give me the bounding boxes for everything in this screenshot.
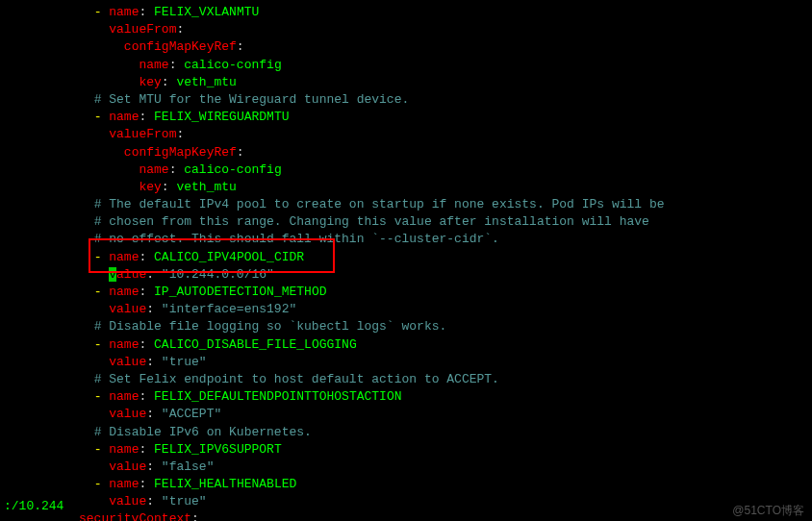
indent: [4, 39, 124, 54]
colon: :: [191, 511, 199, 521]
env-name: FELIX_HEALTHENABLED: [154, 477, 296, 491]
val-cidr: "10.244.0.0/16": [162, 267, 274, 282]
indent: [4, 75, 139, 89]
indent: [4, 197, 94, 211]
yaml-line: - name: IP_AUTODETECTION_METHOD: [0, 284, 812, 301]
yaml-line-cursor: value: "10.244.0.0/16": [0, 266, 812, 284]
key-name: name: [109, 250, 139, 264]
key-configmapkeyref: configMapKeyRef: [124, 145, 237, 160]
dash: -: [94, 337, 110, 352]
colon: :: [176, 127, 184, 141]
key-value: value: [109, 355, 146, 369]
dash: -: [94, 389, 110, 404]
env-name: FELIX_DEFAULTENDPOINTTOHOSTACTION: [154, 389, 401, 404]
key-value: value: [109, 459, 146, 474]
indent: [4, 127, 109, 141]
comment: # Disable IPv6 on Kubernetes.: [94, 425, 312, 439]
val-calico-config: calico-config: [184, 162, 281, 177]
key-value-rest: alue: [116, 267, 146, 282]
indent: [4, 425, 94, 439]
val-true: "true": [162, 494, 207, 509]
dash: -: [94, 477, 110, 491]
key-name: name: [109, 442, 139, 457]
indent: [4, 477, 94, 491]
yaml-line: value: "true": [0, 493, 812, 510]
yaml-line: securityContext:: [0, 510, 812, 521]
env-name: FELIX_IPV6SUPPORT: [154, 442, 282, 457]
val-veth-mtu: veth_mtu: [176, 180, 236, 194]
yaml-line: # Disable file logging so `kubectl logs`…: [0, 318, 812, 335]
yaml-line: value: "interface=ens192": [0, 301, 812, 318]
colon: :: [139, 5, 154, 19]
env-name: IP_AUTODETECTION_METHOD: [154, 285, 326, 299]
key-securitycontext: securityContext: [79, 511, 191, 521]
cursor[interactable]: v: [109, 267, 116, 282]
indent: [4, 389, 94, 404]
colon: :: [162, 180, 177, 194]
val-accept: "ACCEPT": [162, 407, 221, 421]
yaml-line: - name: CALICO_DISABLE_FILE_LOGGING: [0, 336, 812, 354]
colon: :: [139, 389, 154, 404]
indent: [4, 407, 109, 421]
yaml-line: - name: FELIX_DEFAULTENDPOINTTOHOSTACTIO…: [0, 388, 812, 406]
colon: :: [146, 355, 162, 369]
yaml-line: key: veth_mtu: [0, 179, 812, 196]
dash: -: [94, 250, 110, 264]
yaml-line: value: "true": [0, 354, 812, 371]
yaml-line: - name: FELIX_IPV6SUPPORT: [0, 441, 812, 459]
colon: :: [139, 110, 154, 124]
val-true: "true": [162, 355, 207, 369]
yaml-line: name: calico-config: [0, 57, 812, 74]
indent: [4, 22, 109, 37]
key-key: key: [139, 75, 161, 89]
yaml-line: # Disable IPv6 on Kubernetes.: [0, 424, 812, 441]
val-iface: "interface=ens192": [162, 302, 296, 316]
comment: # Set Felix endpoint to host default act…: [94, 372, 499, 386]
indent: [4, 372, 94, 386]
colon: :: [169, 58, 185, 72]
colon: :: [146, 302, 162, 316]
dash: -: [94, 285, 110, 299]
yaml-line: - name: FELIX_WIREGUARDMTU: [0, 109, 812, 126]
env-name: CALICO_DISABLE_FILE_LOGGING: [154, 337, 357, 352]
key-valuefrom: valueFrom: [109, 127, 176, 141]
colon: :: [146, 459, 162, 474]
indent: [4, 145, 124, 160]
key-value: value: [109, 494, 146, 509]
key-name: name: [109, 5, 139, 19]
colon: :: [139, 477, 154, 491]
colon: :: [139, 442, 154, 457]
colon: :: [237, 145, 244, 160]
yaml-line: name: calico-config: [0, 161, 812, 179]
comment: # chosen from this range. Changing this …: [94, 214, 649, 229]
key-value: value: [109, 302, 146, 316]
colon: :: [139, 250, 154, 264]
yaml-line: key: veth_mtu: [0, 74, 812, 91]
yaml-line: valueFrom:: [0, 21, 812, 38]
colon: :: [146, 407, 162, 421]
yaml-line: - name: CALICO_IPV4POOL_CIDR: [0, 249, 812, 266]
indent: [4, 250, 94, 264]
val-calico-config: calico-config: [184, 58, 281, 72]
yaml-line: - name: FELIX_HEALTHENABLED: [0, 476, 812, 493]
indent: [4, 180, 139, 194]
indent: [4, 92, 94, 107]
indent: [4, 319, 94, 334]
key-configmapkeyref: configMapKeyRef: [124, 39, 237, 54]
indent: [4, 337, 94, 352]
yaml-line: valueFrom:: [0, 126, 812, 143]
watermark: @51CTO博客: [732, 503, 804, 519]
yaml-line: value: "false": [0, 459, 812, 476]
indent: [4, 58, 139, 72]
yaml-line: # The default IPv4 pool to create on sta…: [0, 196, 812, 213]
yaml-line: configMapKeyRef:: [0, 38, 812, 56]
colon: :: [139, 337, 154, 352]
comment: # Disable file logging so `kubectl logs`…: [94, 319, 447, 334]
dash: -: [94, 110, 110, 124]
yaml-line: # chosen from this range. Changing this …: [0, 213, 812, 231]
val-veth-mtu: veth_mtu: [176, 75, 236, 89]
comment: # Set MTU for the Wireguard tunnel devic…: [94, 92, 410, 107]
key-name: name: [109, 389, 139, 404]
comment: # no effect. This should fall within `--…: [94, 232, 499, 246]
indent: [4, 110, 94, 124]
